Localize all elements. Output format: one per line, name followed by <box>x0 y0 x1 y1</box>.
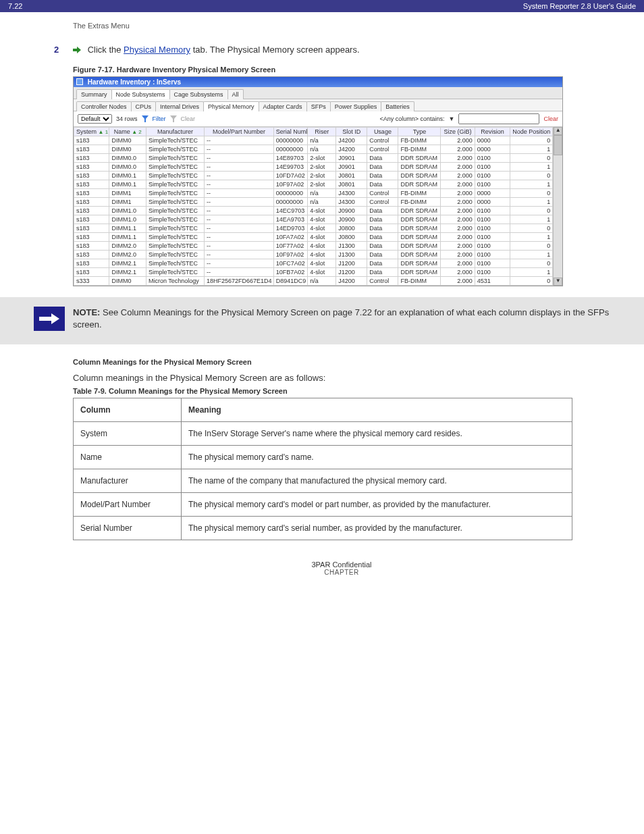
table-row[interactable]: s183DIMM1.0SimpleTech/STEC--14EA97034-sl… <box>74 215 553 224</box>
cell: DIMM2.1 <box>109 259 146 268</box>
cell: J0900 <box>336 215 367 224</box>
scroll-down-icon[interactable]: ▼ <box>554 278 562 286</box>
cell: SimpleTech/STEC <box>146 189 205 198</box>
cell: DIMM0.0 <box>109 163 146 172</box>
cell: 0100 <box>475 154 510 163</box>
table-row[interactable]: s183DIMM0.0SimpleTech/STEC--14E897032-sl… <box>74 154 553 163</box>
table-row[interactable]: s183DIMM2.0SimpleTech/STEC--10F77A024-sl… <box>74 242 553 251</box>
subtab-physical-memory[interactable]: Physical Memory <box>203 101 259 111</box>
subtab-adapter-cards[interactable]: Adapter Cards <box>259 101 307 111</box>
cell: 2.000 <box>441 189 475 198</box>
col-name[interactable]: Name ▲ 2 <box>109 128 146 136</box>
clear-search[interactable]: Clear <box>543 115 558 122</box>
table-row[interactable]: s183DIMM2.1SimpleTech/STEC--10FB7A024-sl… <box>74 268 553 277</box>
filter-link[interactable]: Filter <box>153 115 166 122</box>
cell: s183 <box>74 251 109 259</box>
cell: 00000000 <box>273 189 307 198</box>
table-row[interactable]: s183DIMM1.1SimpleTech/STEC--14ED97034-sl… <box>74 224 553 233</box>
cell: J1300 <box>336 251 367 259</box>
col-revision[interactable]: Revision <box>475 128 510 136</box>
subtab-power-supplies[interactable]: Power Supplies <box>330 101 382 111</box>
cell: 2.000 <box>441 163 475 172</box>
col-manufacturer[interactable]: Manufacturer <box>146 128 205 136</box>
search-input[interactable] <box>458 113 539 124</box>
cell: 0100 <box>475 180 510 189</box>
cell: J0900 <box>336 207 367 215</box>
col-serial-number[interactable]: Serial Number <box>273 128 307 136</box>
cell: 1 <box>510 251 553 259</box>
col-system[interactable]: System ▲ 1 <box>74 128 109 136</box>
table-row[interactable]: s183DIMM1.1SimpleTech/STEC--10FA7A024-sl… <box>74 233 553 242</box>
cell: Data <box>367 251 398 259</box>
window-titlebar: Hardware Inventory : InServs <box>74 77 562 87</box>
cell: 2.000 <box>441 242 475 251</box>
cell: FB-DIMM <box>398 277 441 286</box>
scroll-thumb[interactable] <box>554 135 562 155</box>
toolbar: Default 34 rows Filter Clear <Any column… <box>74 111 562 127</box>
table-row[interactable]: s183DIMM0SimpleTech/STEC--00000000n/aJ42… <box>74 145 553 154</box>
table-row[interactable]: s183DIMM0SimpleTech/STEC--00000000n/aJ42… <box>74 136 553 145</box>
cell: 10F97A02 <box>273 180 307 189</box>
tab-all[interactable]: All <box>227 89 244 99</box>
subtab-batteries[interactable]: Batteries <box>381 101 414 111</box>
cell: s183 <box>74 198 109 207</box>
table-row[interactable]: s183DIMM2.1SimpleTech/STEC--10FC7A024-sl… <box>74 259 553 268</box>
svg-marker-0 <box>73 47 81 53</box>
table-row[interactable]: s183DIMM1SimpleTech/STEC--00000000n/aJ43… <box>74 198 553 207</box>
table-row[interactable]: s183DIMM0.1SimpleTech/STEC--10F97A022-sl… <box>74 180 553 189</box>
subtab-cpus[interactable]: CPUs <box>131 101 157 111</box>
tab-node-subsystems[interactable]: Node Subsystems <box>111 89 170 99</box>
tab-cage-subsystems[interactable]: Cage Subsystems <box>169 89 228 99</box>
cell: SimpleTech/STEC <box>146 207 205 215</box>
cell: Data <box>367 268 398 277</box>
dropdown-icon[interactable]: ▼ <box>449 115 455 122</box>
table-row[interactable]: s183DIMM2.0SimpleTech/STEC--10F97A024-sl… <box>74 251 553 259</box>
table-row[interactable]: s183DIMM1.0SimpleTech/STEC--14EC97034-sl… <box>74 207 553 215</box>
cell: 2.000 <box>441 215 475 224</box>
clear-funnel-icon <box>170 115 177 122</box>
col-type[interactable]: Type <box>398 128 441 136</box>
col-riser[interactable]: Riser <box>308 128 336 136</box>
cell: s183 <box>74 268 109 277</box>
table-row[interactable]: s333DIMM0Micron Technology18HF25672FD667… <box>74 277 553 286</box>
subtab-sfps[interactable]: SFPs <box>306 101 331 111</box>
col-slot-id[interactable]: Slot ID <box>336 128 367 136</box>
scrollbar[interactable]: ▲ ▼ <box>553 127 562 286</box>
cell: DDR SDRAM <box>398 242 441 251</box>
cell: 1 <box>510 145 553 154</box>
subtab-internal-drives[interactable]: Internal Drives <box>155 101 204 111</box>
table-row[interactable]: s183DIMM0.1SimpleTech/STEC--10FD7A022-sl… <box>74 172 553 180</box>
table-row[interactable]: s183DIMM1SimpleTech/STEC--00000000n/aJ43… <box>74 189 553 198</box>
data-table: System ▲ 1Name ▲ 2ManufacturerModel/Part… <box>74 127 553 286</box>
cell: DIMM1.1 <box>109 224 146 233</box>
cell: SimpleTech/STEC <box>146 198 205 207</box>
cell: 1 <box>510 215 553 224</box>
cell: s183 <box>74 154 109 163</box>
cell: 10F97A02 <box>273 251 307 259</box>
meanings-title: Column Meanings for the Physical Memory … <box>73 358 610 366</box>
cell: -- <box>205 233 274 242</box>
cell: 2.000 <box>441 207 475 215</box>
tab-summary[interactable]: Summary <box>76 89 112 99</box>
col-usage[interactable]: Usage <box>367 128 398 136</box>
col-size-gib-[interactable]: Size (GiB) <box>441 128 475 136</box>
view-select[interactable]: Default <box>78 114 112 124</box>
cell: 4-slot <box>308 224 336 233</box>
cell: 2-slot <box>308 172 336 180</box>
subtab-controller-nodes[interactable]: Controller Nodes <box>76 101 132 111</box>
cell: SimpleTech/STEC <box>146 259 205 268</box>
col-node-position[interactable]: Node Position <box>510 128 553 136</box>
cell: 0100 <box>475 207 510 215</box>
cell: 2.000 <box>441 154 475 163</box>
col-model-part-number[interactable]: Model/Part Number <box>205 128 274 136</box>
meanings-cell: The InServ Storage Server's name where t… <box>182 422 572 446</box>
figure-caption: Figure 7-17. Hardware Inventory Physical… <box>73 66 610 74</box>
cell: 4-slot <box>308 242 336 251</box>
figure: Figure 7-17. Hardware Inventory Physical… <box>73 66 610 286</box>
physical-memory-link[interactable]: Physical Memory <box>124 45 190 55</box>
cell: FB-DIMM <box>398 136 441 145</box>
step-number: 2 <box>54 45 59 55</box>
scroll-up-icon[interactable]: ▲ <box>554 127 562 135</box>
meanings-lead: Column meanings in the Physical Memory S… <box>73 373 610 383</box>
table-row[interactable]: s183DIMM0.0SimpleTech/STEC--14E997032-sl… <box>74 163 553 172</box>
